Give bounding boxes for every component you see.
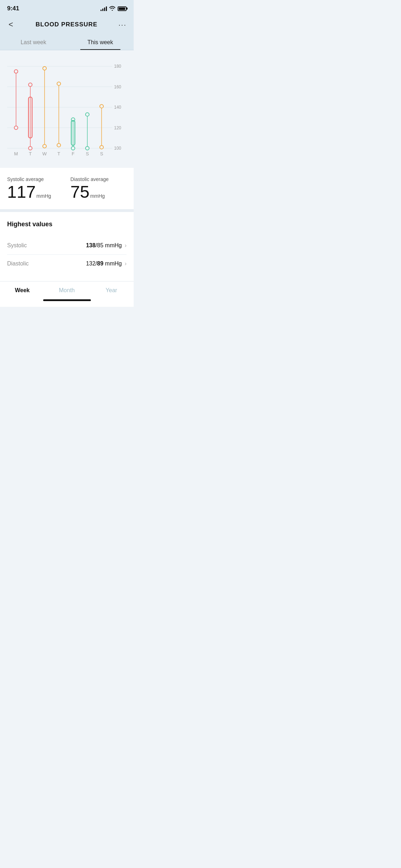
- diastolic-row-label: Diastolic: [7, 260, 29, 267]
- chart-container: 180 160 140 120 100: [0, 50, 134, 168]
- tab-week[interactable]: Week: [0, 286, 45, 295]
- status-icons: [101, 6, 127, 12]
- stats-section: Systolic average 117 mmHg Diastolic aver…: [0, 168, 134, 209]
- svg-point-21: [57, 82, 61, 86]
- battery-icon: [118, 6, 127, 11]
- signal-icon: [101, 6, 107, 11]
- svg-point-22: [57, 143, 61, 147]
- diastolic-number: 75: [71, 184, 89, 201]
- svg-text:T: T: [57, 151, 60, 156]
- systolic-number: 117: [7, 184, 36, 201]
- diastolic-label: Diastolic average: [71, 176, 127, 182]
- svg-text:T: T: [29, 151, 32, 156]
- svg-point-28: [86, 113, 89, 116]
- home-indicator: [0, 296, 134, 307]
- tab-last-week[interactable]: Last week: [0, 35, 67, 50]
- svg-text:120: 120: [114, 125, 121, 130]
- svg-text:180: 180: [114, 64, 121, 69]
- systolic-row-number: 138/85 mmHg: [86, 242, 122, 249]
- tab-month[interactable]: Month: [45, 286, 89, 295]
- systolic-row-value: 138/85 mmHg ›: [86, 242, 127, 249]
- systolic-row-chevron: ›: [125, 242, 127, 249]
- svg-point-29: [86, 146, 89, 150]
- svg-text:S: S: [86, 151, 89, 156]
- systolic-unit: mmHg: [36, 193, 51, 199]
- svg-point-18: [43, 67, 46, 70]
- svg-point-11: [14, 69, 18, 73]
- nav-bar: < BLOOD PRESSURE ···: [0, 14, 134, 35]
- more-button[interactable]: ···: [118, 21, 127, 29]
- svg-point-12: [14, 126, 18, 130]
- systolic-row-label: Systolic: [7, 242, 27, 249]
- svg-text:140: 140: [114, 105, 121, 110]
- tab-this-week[interactable]: This week: [67, 35, 134, 50]
- status-bar: 9:41: [0, 0, 134, 14]
- chart-area: 180 160 140 120 100: [7, 57, 127, 164]
- svg-point-19: [43, 144, 46, 148]
- svg-point-14: [29, 83, 32, 87]
- svg-point-32: [100, 145, 103, 149]
- highest-section: Highest values Systolic 138/85 mmHg › Di…: [0, 212, 134, 281]
- svg-text:160: 160: [114, 84, 121, 89]
- systolic-stat: Systolic average 117 mmHg: [7, 176, 63, 201]
- bp-chart: 180 160 140 120 100: [7, 57, 127, 164]
- svg-text:100: 100: [114, 146, 121, 151]
- svg-point-25: [71, 146, 75, 150]
- top-tab-bar: Last week This week: [0, 35, 134, 50]
- back-button[interactable]: <: [7, 19, 15, 31]
- status-time: 9:41: [7, 5, 19, 12]
- diastolic-row-number: 132/89 mmHg: [86, 260, 122, 267]
- diastolic-stat: Diastolic average 75 mmHg: [71, 176, 127, 201]
- systolic-row[interactable]: Systolic 138/85 mmHg ›: [7, 237, 127, 255]
- diastolic-row[interactable]: Diastolic 132/89 mmHg ›: [7, 255, 127, 273]
- svg-point-15: [29, 146, 32, 150]
- svg-text:W: W: [42, 151, 47, 156]
- home-bar: [43, 299, 91, 301]
- diastolic-value: 75 mmHg: [71, 184, 127, 201]
- systolic-label: Systolic average: [7, 176, 63, 182]
- diastolic-row-chevron: ›: [125, 260, 127, 267]
- diastolic-row-value: 132/89 mmHg ›: [86, 260, 127, 267]
- systolic-value: 117 mmHg: [7, 184, 63, 201]
- diastolic-unit: mmHg: [90, 193, 105, 199]
- section-divider: [0, 209, 134, 212]
- highest-title: Highest values: [7, 221, 127, 228]
- wifi-icon: [109, 6, 115, 12]
- bottom-tab-bar: Week Month Year: [0, 281, 134, 296]
- tab-year[interactable]: Year: [89, 286, 134, 295]
- svg-text:F: F: [72, 151, 74, 156]
- page-title: BLOOD PRESSURE: [36, 21, 98, 28]
- svg-text:S: S: [100, 151, 103, 156]
- svg-text:M: M: [14, 151, 18, 156]
- svg-point-31: [100, 104, 103, 108]
